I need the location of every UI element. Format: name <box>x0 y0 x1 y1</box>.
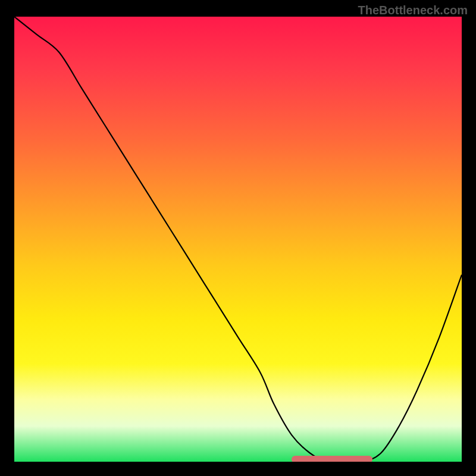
plot-area <box>14 17 462 462</box>
curve-svg <box>14 17 462 462</box>
highlight-segment <box>292 456 372 462</box>
watermark-text: TheBottleneck.com <box>358 4 468 17</box>
bottleneck-curve-path <box>14 17 462 462</box>
